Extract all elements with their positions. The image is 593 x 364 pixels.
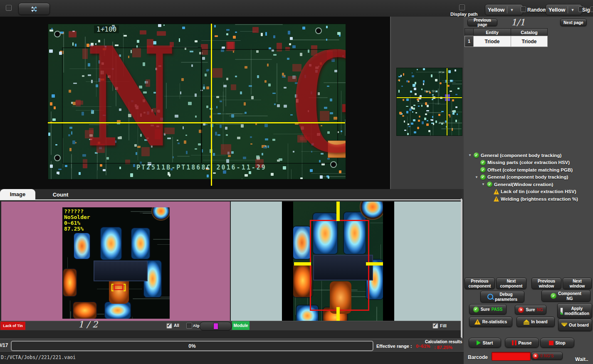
pcb-component [402, 115, 404, 117]
pcb-component [419, 116, 420, 118]
previous-page-button[interactable]: Previous page [467, 19, 497, 26]
pcb-trace [201, 40, 241, 41]
effective-range-value: 0~61% [416, 344, 430, 349]
table-corner-header [465, 28, 474, 36]
next-component-button[interactable]: Nextcomponent [496, 278, 526, 289]
chevron-down-icon[interactable]: ▼ [474, 175, 479, 179]
pcb-trace [459, 120, 460, 136]
pass-accent-label: PASS [492, 307, 503, 312]
edge-checkbox[interactable] [590, 7, 593, 12]
pcb-component [52, 94, 55, 98]
tree-item-2[interactable]: ✓Offset (color template matching PGB) [465, 166, 590, 174]
solder-pad [293, 226, 311, 259]
apply-modification-button[interactable]: Applymodification [557, 303, 592, 318]
ng-overlay-letter-g: G [292, 40, 346, 166]
tree-item-3[interactable]: ▼✓General (component body tracking) [465, 174, 590, 181]
tree-item-4[interactable]: ▼✓General(Window creation) [465, 181, 590, 188]
tree-item-1[interactable]: ✓Missing parts (color extraction HSV) [465, 159, 590, 167]
tree-item-5[interactable]: !Lack of tin (color extraction HSV) [465, 188, 590, 196]
marker-bracket-right [124, 284, 126, 291]
component-ng-button[interactable]: ✓ ComponentNG [541, 290, 591, 302]
pcb-component [438, 114, 440, 116]
progress-bar: 0% [11, 341, 373, 351]
sure-pass-button[interactable]: ✓ Sure PASS [469, 304, 507, 315]
table-cell-entity[interactable]: Triode [473, 36, 511, 47]
pcb-component [79, 172, 81, 175]
pcb-component [452, 99, 454, 101]
tab-count[interactable]: Count [37, 190, 84, 199]
pcb-component [424, 118, 426, 120]
sure-ng-button[interactable]: × Sure NG [515, 305, 546, 315]
algorithm-checkbox[interactable] [186, 323, 192, 329]
tree-item-0[interactable]: ▼✓General (component body tracking) [465, 152, 590, 159]
alarm-indicator-button[interactable]: × 0 NG'S [531, 352, 563, 360]
all-checkbox[interactable] [166, 323, 172, 329]
pcb-component [58, 169, 62, 170]
pcb-component [440, 82, 442, 84]
pcb-trace [376, 307, 377, 321]
toolbar-checkbox[interactable] [6, 5, 12, 11]
start-button[interactable]: Start [469, 338, 501, 348]
table-cell-catalog[interactable]: Triode [511, 36, 548, 47]
out-board-button[interactable]: Out board [558, 319, 592, 331]
pcb-component [412, 75, 414, 77]
check-icon: ✓ [480, 167, 486, 172]
pcb-component [425, 113, 427, 115]
pcb-component [457, 113, 458, 115]
display-path-checkbox[interactable] [459, 5, 465, 10]
pcb-component [414, 131, 416, 134]
display-path-label: Display path [450, 12, 477, 17]
tab-image[interactable]: Image [0, 189, 35, 199]
chevron-down-icon[interactable]: ▼ [481, 182, 485, 186]
stop-icon [549, 341, 553, 345]
defect-page-indicator: 1 / 2 [78, 320, 98, 330]
fill-checkbox[interactable] [432, 323, 438, 329]
check-icon: ✓ [473, 307, 479, 312]
previous-window-button[interactable]: Previouswindow [531, 278, 561, 289]
pcb-component [214, 25, 216, 27]
defect-type-badge: Lack of Tin [0, 322, 25, 330]
table-header-catalog[interactable]: Catalog [511, 28, 548, 36]
x-circle-icon: × [518, 307, 524, 313]
chevron-down-icon[interactable]: ▼ [571, 8, 574, 12]
pcb-component [418, 120, 420, 122]
main-board-view[interactable]: 1+100 PT2511B-PT1868C 2016-11-29 N G [0, 17, 390, 189]
marker-bracket-left [111, 284, 114, 291]
stop-button[interactable]: Stop [540, 338, 574, 348]
color-swatch [213, 323, 218, 330]
pcb-component [403, 99, 404, 101]
next-window-button[interactable]: Nextwindow [563, 278, 592, 289]
in-board-button[interactable]: In board [516, 317, 555, 327]
pcb-component [413, 108, 415, 109]
color-select-b[interactable]: Yellow ▼ [546, 4, 582, 15]
fit-view-button[interactable] [18, 3, 50, 15]
pcb-component [412, 72, 413, 74]
color-select-a[interactable]: Yellow ▼ [485, 4, 523, 15]
pcb-component [435, 79, 437, 81]
zoom-thumbnail-image[interactable]: JP34 TP44 TF22 JP41 [396, 68, 462, 136]
check-icon: ✓ [474, 152, 479, 158]
pcb-component [49, 30, 53, 32]
chevron-down-icon[interactable]: ▼ [468, 153, 472, 157]
x-circle-icon: × [533, 353, 539, 359]
tree-item-6[interactable]: !Welding (brightness extraction %) [465, 195, 590, 203]
pause-button[interactable]: Pause [505, 338, 539, 348]
pcb-component [69, 31, 77, 37]
next-page-button[interactable]: Next page [560, 19, 587, 26]
table-header-entity[interactable]: Entity [473, 28, 511, 36]
barcode-input[interactable] [492, 352, 531, 361]
chevron-down-icon[interactable]: ▼ [510, 8, 514, 12]
reference-image-panel[interactable] [231, 202, 461, 321]
component-window-rectangle [310, 220, 369, 311]
defect-image-panel[interactable]: ?????? NoSolder 0~61% 87.25% [1, 202, 230, 321]
debug-parameters-button[interactable]: Debugparameters [480, 291, 524, 303]
pcb-component [417, 69, 418, 70]
pcb-component [422, 121, 424, 124]
re-statistics-button[interactable]: ! Re-statistics [469, 317, 512, 327]
pcb-component [249, 171, 251, 174]
previous-component-button[interactable]: Previouscomponent [465, 278, 495, 289]
overlay-color-button[interactable] [200, 322, 232, 331]
solder-pad [131, 228, 150, 259]
play-icon [477, 340, 481, 345]
random-checkbox[interactable] [521, 7, 526, 12]
